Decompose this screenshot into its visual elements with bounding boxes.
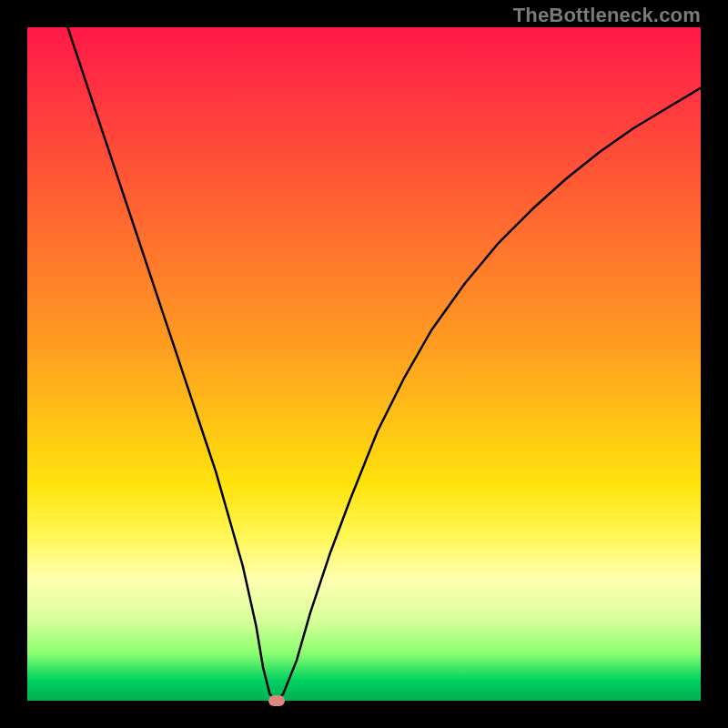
optimal-point-marker — [268, 695, 285, 706]
attribution-label: TheBottleneck.com — [513, 4, 701, 27]
chart-frame: TheBottleneck.com — [0, 0, 728, 728]
plot-area — [27, 27, 701, 701]
bottleneck-curve — [27, 27, 701, 701]
